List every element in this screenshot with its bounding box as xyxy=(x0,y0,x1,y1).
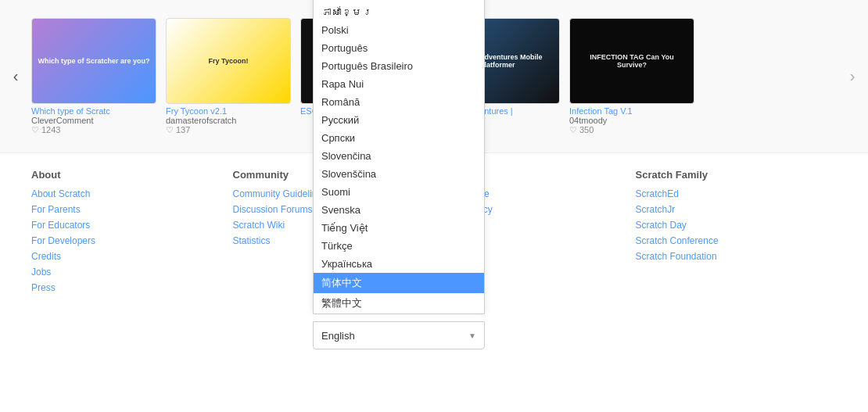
project-card-fry-tycoon[interactable]: Fry Tycoon! Fry Tycoon v2.1 damasterofsc… xyxy=(166,18,291,135)
language-option[interactable]: Українська xyxy=(314,255,484,273)
footer-col-about: About About ScratchFor ParentsFor Educat… xyxy=(31,169,233,298)
language-dropdown-list[interactable]: にほんごNorsk BokmålNorsk NynorskO'zbekchaภา… xyxy=(313,0,485,314)
project-title: Fry Tycoon v2.1 xyxy=(166,106,291,116)
project-likes: ♡1243 xyxy=(31,125,156,135)
project-card-which-type[interactable]: Which type of Scratcher are you? Which t… xyxy=(31,18,156,135)
footer-link-for-developers[interactable]: For Developers xyxy=(31,235,233,246)
footer-link-press[interactable]: Press xyxy=(31,282,233,293)
heart-icon: ♡ xyxy=(31,125,39,135)
language-option[interactable]: 繁體中文 xyxy=(314,293,484,313)
footer-link-scratch-day[interactable]: Scratch Day xyxy=(636,220,838,231)
language-selector-area: にほんごNorsk BokmålNorsk NynorskO'zbekchaภา… xyxy=(0,313,868,365)
project-title: Infection Tag V.1 xyxy=(569,106,694,116)
language-option[interactable]: Slovenčina xyxy=(314,147,484,165)
prev-arrow[interactable]: ‹ xyxy=(0,0,31,152)
project-thumbnail: INFECTION TAG Can You Survive? xyxy=(569,18,694,104)
project-author: damasterofscratch xyxy=(166,116,291,125)
language-option[interactable]: Suomi xyxy=(314,183,484,201)
project-thumb-text: Which type of Scratcher are you? xyxy=(34,53,153,69)
language-option[interactable]: Tiếng Việt xyxy=(314,219,484,237)
next-arrow[interactable]: › xyxy=(837,0,868,152)
language-dropdown-wrapper: にほんごNorsk BokmålNorsk NynorskO'zbekchaภา… xyxy=(313,321,485,349)
footer-link-scratchjr[interactable]: ScratchJr xyxy=(636,204,838,215)
language-option[interactable]: Svenska xyxy=(314,201,484,219)
language-select-button[interactable]: English ▼ xyxy=(313,321,485,349)
language-option[interactable]: Русский xyxy=(314,111,484,129)
language-option[interactable]: Slovenščina xyxy=(314,165,484,183)
project-thumbnail: Fry Tycoon! xyxy=(166,18,291,104)
scratch-family-heading: Scratch Family xyxy=(636,169,838,181)
project-title: Which type of Scratc xyxy=(31,106,156,116)
footer-link-scratched[interactable]: ScratchEd xyxy=(636,188,838,199)
language-option[interactable]: Português xyxy=(314,39,484,57)
footer-link-about-scratch[interactable]: About Scratch xyxy=(31,188,233,199)
footer-link-for-educators[interactable]: For Educators xyxy=(31,220,233,231)
footer-link-credits[interactable]: Credits xyxy=(31,251,233,262)
chevron-down-icon: ▼ xyxy=(468,331,476,340)
language-option[interactable]: ភាសាខ្មែរ xyxy=(314,3,484,21)
language-option[interactable]: Português Brasileiro xyxy=(314,57,484,75)
project-author: 04tmoody xyxy=(569,116,694,125)
footer-link-scratch-conference[interactable]: Scratch Conference xyxy=(636,235,838,246)
heart-icon: ♡ xyxy=(569,125,577,135)
project-author: CleverComment xyxy=(31,116,156,125)
language-option[interactable]: Română xyxy=(314,93,484,111)
footer-link-for-parents[interactable]: For Parents xyxy=(31,204,233,215)
language-option[interactable]: Türkçe xyxy=(314,237,484,255)
language-option[interactable]: 简体中文 xyxy=(314,273,484,293)
footer-col-scratch-family: Scratch Family ScratchEdScratchJrScratch… xyxy=(636,169,838,298)
project-likes: ♡137 xyxy=(166,125,291,135)
project-thumb-text: Fry Tycoon! xyxy=(205,53,253,69)
project-likes: ♡350 xyxy=(569,125,694,135)
heart-icon: ♡ xyxy=(166,125,174,135)
language-option[interactable]: Polski xyxy=(314,21,484,39)
footer-link-jobs[interactable]: Jobs xyxy=(31,267,233,278)
project-thumbnail: Which type of Scratcher are you? xyxy=(31,18,156,104)
language-option[interactable]: Српски xyxy=(314,129,484,147)
about-heading: About xyxy=(31,169,233,181)
language-option[interactable]: Rapa Nui xyxy=(314,75,484,93)
project-card-infection[interactable]: INFECTION TAG Can You Survive? Infection… xyxy=(569,18,694,135)
project-thumb-text: INFECTION TAG Can You Survive? xyxy=(570,49,694,73)
footer-link-scratch-foundation[interactable]: Scratch Foundation xyxy=(636,251,838,262)
language-current-label: English xyxy=(321,330,355,342)
